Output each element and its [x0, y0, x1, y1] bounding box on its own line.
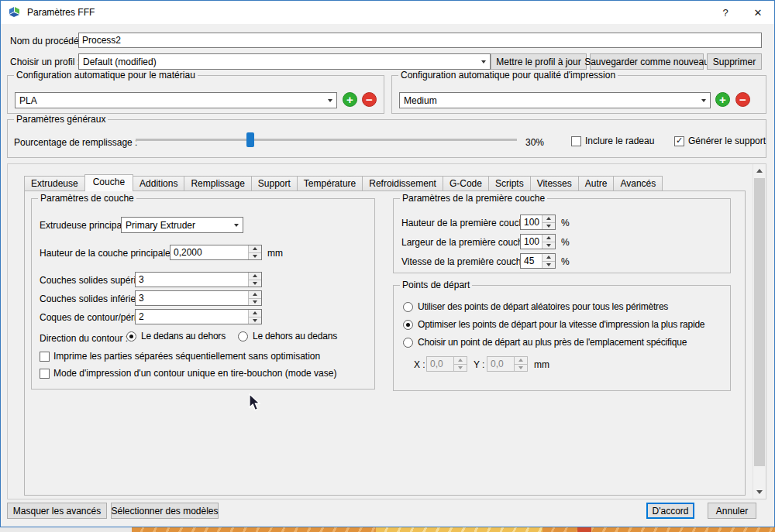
spin-down-icon[interactable] [249, 253, 261, 260]
tab-support[interactable]: Support [251, 176, 298, 191]
raft-checkbox[interactable]: ✓ Inclure le radeau [571, 136, 654, 146]
close-icon[interactable]: ✕ [742, 1, 774, 24]
add-quality-button[interactable]: + [715, 92, 730, 107]
cancel-button[interactable]: Annuler [708, 503, 756, 519]
primary-extruder-value: Primary Extruder [122, 220, 230, 231]
ok-button[interactable]: D'accord [646, 503, 694, 519]
titlebar[interactable]: Paramètres FFF ? ✕ [1, 1, 774, 24]
primary-extruder-combobox[interactable]: Primary Extruder [121, 217, 243, 233]
spin-down-icon[interactable] [454, 365, 467, 372]
select-models-button[interactable]: Sélectionner des modèles [111, 503, 219, 519]
direction-outside-in-radio[interactable]: Le dehors au dedans [238, 331, 337, 342]
spin-down-icon[interactable] [542, 242, 555, 249]
vertical-scrollbar[interactable] [753, 164, 766, 499]
profile-combobox[interactable]: Default (modified) [78, 53, 491, 70]
help-button[interactable]: ? [709, 1, 742, 24]
spinbox-buttons [248, 291, 261, 305]
spin-up-icon[interactable] [542, 235, 555, 242]
top-solid-spinbox[interactable]: 3 [135, 272, 262, 287]
tab-temperature[interactable]: Température [297, 176, 363, 191]
remove-material-button[interactable]: − [362, 92, 377, 107]
spinbox-buttons [542, 215, 555, 229]
titlebar-buttons: ? ✕ [709, 1, 774, 24]
bottom-solid-spinbox[interactable]: 3 [135, 290, 262, 306]
delete-profile-button[interactable]: Supprimer [707, 53, 762, 70]
layer-settings-group: Paramètres de couche Extrudeuse principa… [31, 198, 375, 390]
start-point-x-label: X : [414, 359, 425, 370]
tab-vitesses[interactable]: Vitesses [530, 176, 579, 191]
spinbox-value: 3 [136, 273, 248, 287]
spin-down-icon[interactable] [542, 223, 555, 230]
tab-gcode[interactable]: G-Code [443, 176, 489, 191]
scroll-up-icon[interactable] [753, 164, 766, 177]
spin-down-icon[interactable] [542, 262, 555, 269]
checkbox-box: ✓ [40, 369, 50, 379]
background-segment [376, 527, 542, 532]
update-profile-button[interactable]: Mettre le profil à jour [491, 53, 587, 70]
start-point-random-radio[interactable]: Utiliser des points de départ aléatoires… [403, 301, 668, 312]
spin-up-icon[interactable] [249, 273, 261, 280]
tab-refroidissement[interactable]: Refroidissement [362, 176, 443, 191]
infill-slider[interactable] [136, 132, 517, 148]
radio-icon [126, 331, 136, 342]
radio-icon [403, 302, 413, 312]
spin-up-icon[interactable] [454, 357, 467, 365]
save-as-new-button[interactable]: Sauvegarder comme nouveau [590, 53, 704, 70]
start-point-location-radio[interactable]: Choisir un point de départ au plus près … [403, 337, 687, 348]
spin-down-icon[interactable] [515, 365, 527, 372]
scroll-down-icon[interactable] [753, 486, 766, 499]
spinbox-value: 100 [521, 215, 542, 229]
direction-inside-out-radio[interactable]: Le dedans au dehors [126, 331, 226, 342]
tab-remplissage[interactable]: Remplissage [184, 176, 251, 191]
material-combobox-value: PLA [16, 95, 324, 106]
tab-extrudeuse[interactable]: Extrudeuse [24, 176, 85, 191]
hide-advanced-button[interactable]: Masquer les avancés [7, 503, 107, 519]
first-layer-speed-spinbox[interactable]: 45 [520, 253, 556, 269]
spin-up-icon[interactable] [515, 357, 527, 365]
quality-combobox[interactable]: Medium [399, 92, 711, 108]
tab-autre[interactable]: Autre [578, 176, 615, 191]
tab-avances[interactable]: Avancés [613, 176, 663, 191]
spin-up-icon[interactable] [249, 310, 261, 317]
scrollbar-thumb[interactable] [754, 178, 765, 466]
first-layer-width-spinbox[interactable]: 100 [520, 234, 556, 249]
start-points-group: Points de départ Utiliser des points de … [393, 285, 731, 391]
settings-scroll-area: Extrudeuse Couche Additions Remplissage … [7, 163, 766, 499]
add-material-button[interactable]: + [343, 92, 357, 107]
first-layer-group: Paramètres de la première couche Hauteur… [393, 198, 731, 273]
perimeter-spinbox[interactable]: 2 [135, 309, 262, 324]
process-name-label: Nom du procédé : [10, 36, 84, 46]
support-checkbox[interactable]: ✓ Générer le support [674, 136, 766, 146]
layer-height-spinbox[interactable]: 0,2000 [170, 245, 262, 260]
first-layer-height-spinbox[interactable]: 100 [520, 215, 556, 230]
spin-up-icon[interactable] [249, 245, 261, 253]
spinbox-value: 0,0 [427, 357, 453, 371]
minus-icon: − [366, 93, 373, 106]
material-combobox[interactable]: PLA [15, 92, 337, 108]
spin-down-icon[interactable] [249, 280, 261, 287]
chevron-down-icon [230, 218, 243, 232]
spin-down-icon[interactable] [249, 317, 261, 324]
spin-down-icon[interactable] [249, 299, 261, 306]
start-point-y-spinbox[interactable]: 0,0 [487, 356, 528, 372]
spin-up-icon[interactable] [542, 254, 555, 262]
start-point-location-label: Choisir un point de départ au plus près … [418, 337, 687, 348]
primary-extruder-label: Extrudeuse principale [40, 220, 129, 231]
start-point-optimize-radio[interactable]: Optimiser les points de départ pour la v… [403, 319, 704, 330]
spinbox-value: 0,2000 [170, 245, 248, 259]
sequential-printing-checkbox[interactable]: ✓ Imprime les parties séparées séquentie… [40, 351, 320, 362]
start-point-x-spinbox[interactable]: 0,0 [426, 356, 467, 372]
chevron-down-icon [324, 93, 336, 108]
tab-additions[interactable]: Additions [133, 176, 184, 191]
first-layer-height-label: Hauteur de la première couche [401, 218, 529, 228]
vase-mode-checkbox[interactable]: ✓ Mode d'impression d'un contour unique … [40, 368, 336, 379]
spin-up-icon[interactable] [542, 215, 555, 223]
tab-couche[interactable]: Couche [84, 174, 133, 191]
infill-slider-handle[interactable] [246, 132, 254, 147]
desktop-background-strip [0, 527, 775, 532]
remove-quality-button[interactable]: − [735, 92, 750, 107]
process-name-input[interactable] [78, 33, 762, 48]
tab-scripts[interactable]: Scripts [488, 176, 531, 191]
start-point-y-label: Y : [474, 359, 484, 370]
spin-up-icon[interactable] [249, 291, 261, 299]
